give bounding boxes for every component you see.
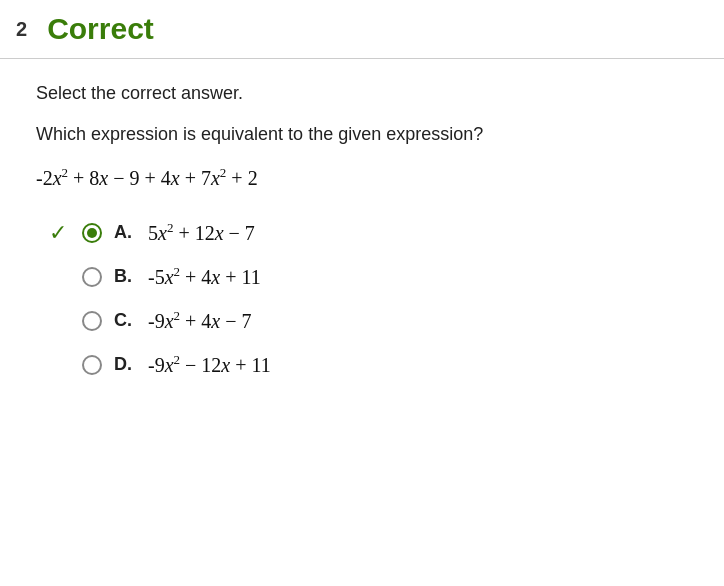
question-text: Which expression is equivalent to the gi… — [36, 124, 688, 145]
question-number: 2 — [16, 18, 27, 41]
radio-c[interactable] — [82, 311, 102, 331]
radio-d[interactable] — [82, 355, 102, 375]
radio-b[interactable] — [82, 267, 102, 287]
checkmark-b — [46, 264, 70, 290]
answer-expr-a: 5x2 + 12x − 7 — [148, 220, 255, 245]
checkmark-c — [46, 308, 70, 334]
radio-inner-a — [87, 228, 97, 238]
content-area: Select the correct answer. Which express… — [0, 59, 724, 402]
radio-a[interactable] — [82, 223, 102, 243]
given-expression: -2x2 + 8x − 9 + 4x + 7x2 + 2 — [36, 165, 688, 190]
question-header: 2 Correct — [0, 0, 724, 59]
answer-row-c[interactable]: C. -9x2 + 4x − 7 — [46, 308, 688, 334]
correct-label: Correct — [47, 12, 154, 46]
checkmark-a: ✓ — [46, 220, 70, 246]
answer-letter-c: C. — [114, 310, 136, 331]
answer-expr-b: -5x2 + 4x + 11 — [148, 264, 261, 289]
answer-letter-b: B. — [114, 266, 136, 287]
instruction-text: Select the correct answer. — [36, 83, 688, 104]
answer-row-d[interactable]: D. -9x2 − 12x + 11 — [46, 352, 688, 378]
answer-expr-d: -9x2 − 12x + 11 — [148, 352, 271, 377]
answer-expr-c: -9x2 + 4x − 7 — [148, 308, 252, 333]
answer-row-a[interactable]: ✓ A. 5x2 + 12x − 7 — [46, 220, 688, 246]
answer-row-b[interactable]: B. -5x2 + 4x + 11 — [46, 264, 688, 290]
answer-letter-d: D. — [114, 354, 136, 375]
checkmark-d — [46, 352, 70, 378]
answer-letter-a: A. — [114, 222, 136, 243]
answer-list: ✓ A. 5x2 + 12x − 7 B. -5x2 + 4x + 11 C. — [36, 220, 688, 378]
